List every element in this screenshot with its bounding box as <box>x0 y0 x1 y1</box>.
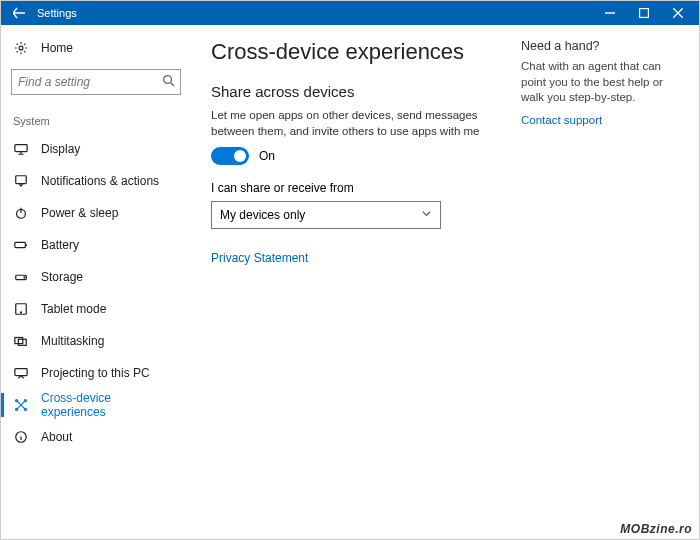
search-input[interactable] <box>11 69 181 95</box>
share-scope-select[interactable]: My devices only <box>211 201 441 229</box>
multitasking-icon <box>13 334 29 348</box>
svg-rect-4 <box>16 176 27 184</box>
minimize-button[interactable] <box>593 1 627 25</box>
contact-support-link[interactable]: Contact support <box>521 114 602 126</box>
share-scope-label: I can share or receive from <box>211 181 509 195</box>
section-title: Share across devices <box>211 83 509 100</box>
back-button[interactable] <box>9 7 29 19</box>
sidebar-item-power[interactable]: Power & sleep <box>1 197 191 229</box>
sidebar-item-projecting[interactable]: Projecting to this PC <box>1 357 191 389</box>
maximize-button[interactable] <box>627 1 661 25</box>
svg-point-2 <box>164 76 172 84</box>
tablet-icon <box>13 302 29 316</box>
sidebar-item-battery[interactable]: Battery <box>1 229 191 261</box>
titlebar: Settings <box>1 1 699 25</box>
svg-point-8 <box>24 277 25 278</box>
sidebar-item-cross-device[interactable]: Cross-device experiences <box>1 389 191 421</box>
page-title: Cross-device experiences <box>211 39 509 65</box>
close-button[interactable] <box>661 1 695 25</box>
watermark: MOBzine.ro <box>620 522 692 536</box>
chevron-down-icon <box>421 208 432 222</box>
gear-icon <box>13 41 29 55</box>
main-pane: Cross-device experiences Share across de… <box>191 25 699 539</box>
help-title: Need a hand? <box>521 39 679 53</box>
sidebar-item-label: Display <box>41 142 80 156</box>
sidebar-item-storage[interactable]: Storage <box>1 261 191 293</box>
display-icon <box>13 142 29 156</box>
sidebar-item-label: Tablet mode <box>41 302 106 316</box>
sidebar-item-label: Cross-device experiences <box>41 391 179 419</box>
info-icon <box>13 430 29 444</box>
sidebar-item-label: Power & sleep <box>41 206 118 220</box>
sidebar-item-label: Storage <box>41 270 83 284</box>
help-sidebar: Need a hand? Chat with an agent that can… <box>509 39 679 539</box>
select-value: My devices only <box>220 208 305 222</box>
share-toggle[interactable] <box>211 147 249 165</box>
sidebar-item-display[interactable]: Display <box>1 133 191 165</box>
svg-rect-6 <box>15 242 26 247</box>
search-icon <box>162 74 175 90</box>
svg-rect-13 <box>15 369 27 376</box>
sidebar-group-label: System <box>1 101 191 133</box>
storage-icon <box>13 270 29 284</box>
toggle-state-label: On <box>259 149 275 163</box>
sidebar: Home System Display Notifications & acti… <box>1 25 191 539</box>
sidebar-item-label: Multitasking <box>41 334 104 348</box>
sidebar-item-tablet[interactable]: Tablet mode <box>1 293 191 325</box>
section-description: Let me open apps on other devices, send … <box>211 108 509 139</box>
svg-point-1 <box>19 46 23 50</box>
sidebar-item-about[interactable]: About <box>1 421 191 453</box>
sidebar-item-multitasking[interactable]: Multitasking <box>1 325 191 357</box>
sidebar-item-label: About <box>41 430 72 444</box>
battery-icon <box>13 238 29 252</box>
sidebar-item-label: Projecting to this PC <box>41 366 150 380</box>
sidebar-home[interactable]: Home <box>1 33 191 63</box>
help-body: Chat with an agent that can point you to… <box>521 59 679 106</box>
sidebar-item-label: Notifications & actions <box>41 174 159 188</box>
privacy-link[interactable]: Privacy Statement <box>211 251 308 265</box>
sidebar-home-label: Home <box>41 41 73 55</box>
window-title: Settings <box>37 7 593 19</box>
power-icon <box>13 206 29 220</box>
sidebar-item-notifications[interactable]: Notifications & actions <box>1 165 191 197</box>
projecting-icon <box>13 366 29 380</box>
cross-device-icon <box>13 398 29 412</box>
svg-point-10 <box>20 312 21 313</box>
sidebar-item-label: Battery <box>41 238 79 252</box>
notification-icon <box>13 174 29 188</box>
svg-rect-3 <box>15 145 27 152</box>
svg-rect-0 <box>640 9 649 18</box>
settings-window: Settings Home System Display Not <box>0 0 700 540</box>
